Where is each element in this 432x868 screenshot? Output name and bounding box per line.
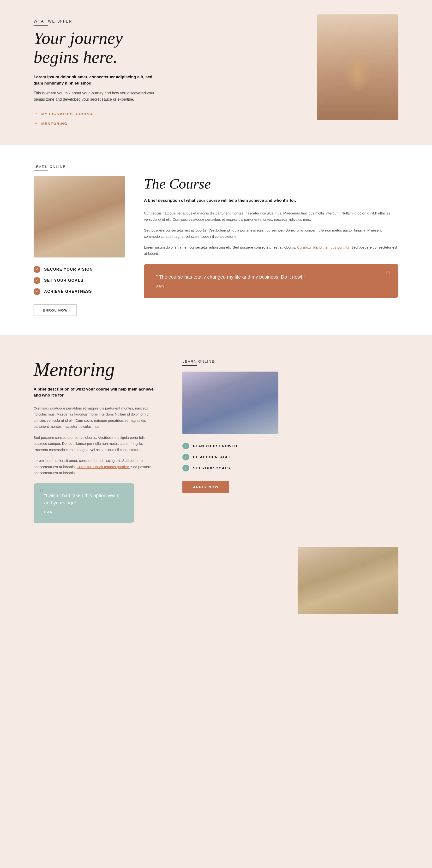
check-icon-1 — [34, 266, 40, 273]
checklist-label-2: SET YOUR GOALS — [44, 278, 84, 283]
course-section-label: LEARN ONLINE — [34, 164, 398, 171]
course-body-3: Lorem ipsum dolor sit amet, consectetur … — [144, 244, 398, 256]
hero-section: WHAT WE OFFER Your journey begins here. … — [0, 0, 432, 145]
course-left: SECURE YOUR VISION SET YOUR GOALS ACHIEV… — [34, 176, 125, 316]
enrol-button[interactable]: ENROL NOW — [34, 305, 77, 316]
teal-check-icon-3 — [182, 465, 189, 471]
hero-label: WHAT WE OFFER — [34, 19, 158, 26]
mentoring-image — [182, 372, 278, 434]
arrow-icon-2: → — [34, 121, 38, 126]
mentoring-link[interactable]: → MENTORING — [34, 121, 158, 126]
course-testimonial: " " The course has totally changed my li… — [144, 264, 398, 298]
checklist-item-3: ACHIEVE GREATNESS — [34, 288, 125, 295]
course-right: The Course A brief description of what y… — [144, 176, 398, 298]
teal-quote-mark-icon: " — [39, 487, 44, 499]
course-image — [34, 176, 125, 257]
mentoring-checklist-item-1: PLAN YOUR GROWTH — [182, 443, 278, 450]
mentoring-bold-desc: A brief description of what your course … — [34, 386, 158, 399]
course-section: LEARN ONLINE SECURE YOUR VISION SET YOUR… — [0, 145, 432, 335]
mentoring-testimonial: " "I wish I had taken this option years … — [34, 483, 134, 523]
mentoring-section-label: LEARN ONLINE — [182, 359, 278, 366]
checklist-item-1: SECURE YOUR VISION — [34, 266, 125, 273]
mentoring-body-link[interactable]: Curabitur blandit tempus porttitor. — [76, 465, 130, 469]
mentoring-body-3: Lorem ipsum dolor sit amet, consectetur … — [34, 458, 158, 476]
testimonial-author: AMY — [156, 284, 387, 288]
arrow-icon: → — [34, 111, 38, 116]
course-inner: SECURE YOUR VISION SET YOUR GOALS ACHIEV… — [34, 176, 398, 316]
hero-image — [317, 14, 398, 120]
course-heading: The Course — [144, 176, 398, 192]
hero-left: WHAT WE OFFER Your journey begins here. … — [34, 14, 158, 131]
mentoring-checklist-item-2: BE ACCOUNTABLE — [182, 454, 278, 460]
teal-check-icon-2 — [182, 454, 189, 460]
hero-body-text: This is where you talk about your journe… — [34, 90, 158, 102]
hero-image-figure — [317, 14, 398, 120]
mentoring-heading: Mentoring — [34, 359, 158, 379]
hero-title: Your journey begins here. — [34, 29, 158, 67]
checklist-item-2: SET YOUR GOALS — [34, 277, 125, 284]
mentoring-body-1: Cum sociis natoque penatibus et magnis d… — [34, 405, 158, 430]
mentoring-testimonial-author: DAN — [44, 510, 124, 514]
course-body-2: Sed posuere consectetur est at lobortis.… — [144, 227, 398, 240]
quote-mark-icon: " — [386, 269, 392, 283]
checklist-label-1: SECURE YOUR VISION — [44, 267, 93, 272]
checklist-label-3: ACHIEVE GREATNESS — [44, 289, 92, 294]
course-body-link[interactable]: Curabitur blandit tempus porttitor. — [297, 245, 351, 249]
mentoring-image-inner — [182, 372, 278, 434]
check-icon-2 — [34, 277, 40, 284]
testimonial-text: " The course has totally changed my life… — [156, 273, 387, 281]
bottom-image-inner — [298, 547, 398, 614]
hero-bold-text: Lorem ipsum dolor sit amet, consectetuer… — [34, 74, 158, 86]
course-body-1: Cum sociis natoque penatibus et magnis d… — [144, 210, 398, 222]
bottom-image-section — [0, 542, 432, 628]
course-image-inner — [34, 176, 125, 257]
mentoring-testimonial-text: "I wish I had taken this option years an… — [44, 492, 124, 506]
bottom-image — [298, 547, 398, 614]
check-icon-3 — [34, 288, 40, 295]
mentoring-checklist-label-1: PLAN YOUR GROWTH — [193, 444, 237, 448]
course-bold-desc: A brief description of what your course … — [144, 197, 398, 204]
hero-right — [173, 14, 398, 120]
mentoring-section: Mentoring A brief description of what yo… — [0, 335, 432, 542]
mentoring-right: LEARN ONLINE PLAN YOUR GROWTH BE ACCOUNT… — [182, 359, 278, 493]
mentoring-checklist-label-3: SET YOUR GOALS — [193, 466, 230, 470]
course-checklist: SECURE YOUR VISION SET YOUR GOALS ACHIEV… — [34, 266, 125, 295]
apply-button[interactable]: APPLY NOW — [182, 481, 229, 493]
mentoring-checklist-item-3: SET YOUR GOALS — [182, 465, 278, 471]
teal-check-icon-1 — [182, 443, 189, 450]
mentoring-checklist-label-2: BE ACCOUNTABLE — [193, 455, 231, 459]
mentoring-checklist: PLAN YOUR GROWTH BE ACCOUNTABLE SET YOUR… — [182, 443, 278, 471]
signature-course-link[interactable]: → MY SIGNATURE COURSE — [34, 111, 158, 116]
mentoring-left: Mentoring A brief description of what yo… — [34, 359, 158, 523]
mentoring-body-2: Sed posuere consectetur est at lobortis.… — [34, 434, 158, 453]
mentoring-inner: Mentoring A brief description of what yo… — [34, 359, 398, 523]
